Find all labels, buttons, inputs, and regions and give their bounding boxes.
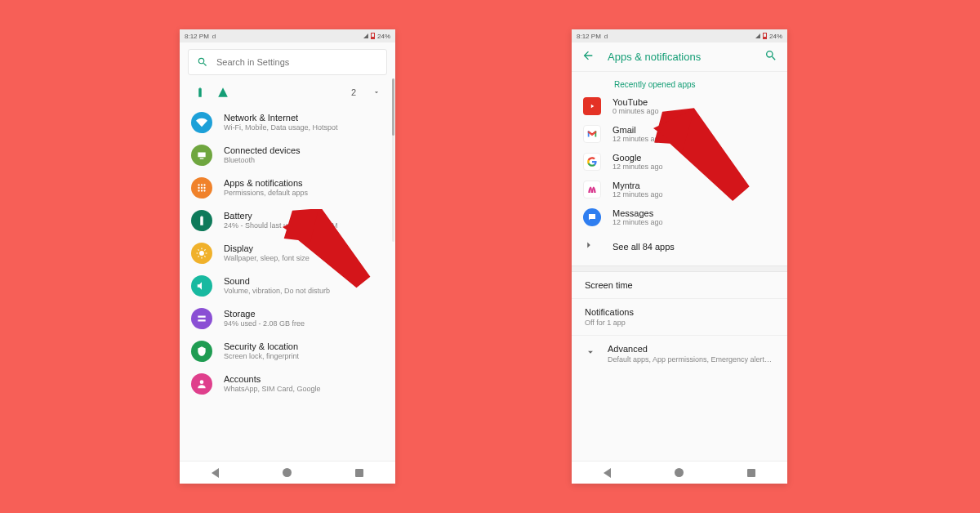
settings-screen: 8:12 PM d 24% Search in Settings 2 Netwo…	[180, 29, 395, 484]
status-time: 8:12 PM	[185, 33, 209, 40]
data-saver-icon	[217, 87, 229, 98]
settings-list: Network & InternetWi-Fi, Mobile, Data us…	[180, 106, 395, 400]
svg-point-7	[201, 190, 203, 191]
youtube-icon	[583, 97, 601, 115]
nav-bar	[572, 461, 787, 484]
chevron-right-icon	[583, 239, 595, 254]
quick-count: 2	[351, 87, 356, 97]
battery-pct: 24%	[769, 33, 782, 40]
battery-saver-icon	[194, 87, 206, 98]
storage-icon	[191, 308, 212, 329]
settings-item-apps[interactable]: Apps & notificationsPermissions, default…	[183, 172, 392, 204]
signal-icon	[755, 33, 760, 38]
myntra-icon	[583, 181, 601, 199]
settings-item-sound[interactable]: SoundVolume, vibration, Do not disturb	[183, 270, 392, 302]
recent-apps-list: YouTube0 minutes ago Gmail12 minutes ago…	[572, 92, 787, 265]
settings-item-network[interactable]: Network & InternetWi-Fi, Mobile, Data us…	[183, 106, 392, 139]
status-bar: 8:12 PM d 24%	[180, 29, 395, 42]
search-placeholder: Search in Settings	[216, 57, 289, 67]
messages-icon	[583, 208, 601, 226]
accounts-icon	[191, 373, 212, 395]
svg-point-8	[203, 190, 205, 191]
settings-item-display[interactable]: DisplayWallpaper, sleep, font size	[183, 237, 392, 270]
header-title: Apps & notifications	[608, 51, 751, 63]
wifi-icon	[191, 112, 212, 133]
settings-item-connected[interactable]: Connected devicesBluetooth	[183, 139, 392, 172]
security-icon	[191, 341, 212, 362]
apps-icon	[191, 177, 212, 199]
divider	[572, 265, 787, 272]
svg-point-2	[203, 184, 205, 185]
svg-point-0	[198, 184, 199, 185]
app-row-google[interactable]: Google12 minutes ago	[572, 148, 787, 176]
app-row-gmail[interactable]: Gmail12 minutes ago	[572, 120, 787, 148]
status-time: 8:12 PM	[577, 33, 601, 40]
battery-icon	[371, 33, 375, 39]
apps-notifications-screen: 8:12 PM d 24% Apps & notifications Recen…	[572, 29, 787, 484]
svg-point-9	[199, 251, 204, 256]
nav-home-button[interactable]	[675, 468, 684, 477]
svg-point-3	[198, 187, 199, 189]
chevron-down-icon	[372, 88, 381, 96]
battery-icon	[191, 210, 212, 231]
google-icon	[583, 153, 601, 171]
sound-icon	[191, 275, 212, 297]
back-button[interactable]	[581, 49, 595, 65]
nav-home-button[interactable]	[283, 468, 292, 477]
settings-item-accounts[interactable]: AccountsWhatsApp, SIM Card, Google	[183, 368, 392, 400]
settings-item-storage[interactable]: Storage94% used - 2.08 GB free	[183, 302, 392, 335]
see-all-apps[interactable]: See all 84 apps	[572, 231, 787, 265]
svg-point-10	[200, 380, 204, 384]
settings-search[interactable]: Search in Settings	[188, 49, 387, 75]
nav-recents-button[interactable]	[355, 469, 363, 477]
nav-back-button[interactable]	[212, 468, 219, 478]
signal-icon	[363, 33, 368, 38]
status-carrier: d	[212, 33, 216, 40]
settings-item-battery[interactable]: Battery24% - Should last until about …AM	[183, 204, 392, 237]
nav-bar	[180, 461, 395, 484]
status-carrier: d	[604, 33, 608, 40]
screen-time-row[interactable]: Screen time	[572, 272, 787, 299]
search-icon	[197, 56, 208, 68]
gmail-icon	[583, 125, 601, 143]
advanced-row[interactable]: Advanced Default apps, App permissions, …	[572, 336, 787, 372]
header-search-button[interactable]	[764, 49, 777, 65]
status-bar: 8:12 PM d 24%	[572, 29, 787, 42]
scrollbar-thumb[interactable]	[392, 78, 394, 136]
battery-icon	[763, 33, 767, 39]
app-row-messages[interactable]: Messages12 minutes ago	[572, 203, 787, 231]
screen-header: Apps & notifications	[572, 42, 787, 72]
svg-point-5	[203, 187, 205, 189]
app-row-youtube[interactable]: YouTube0 minutes ago	[572, 92, 787, 120]
svg-point-4	[201, 187, 203, 189]
chevron-down-icon	[585, 346, 596, 361]
app-row-myntra[interactable]: Myntra12 minutes ago	[572, 176, 787, 203]
settings-item-security[interactable]: Security & locationScreen lock, fingerpr…	[183, 335, 392, 368]
svg-point-6	[198, 190, 199, 191]
svg-point-1	[201, 184, 203, 185]
section-label: Recently opened apps	[572, 72, 787, 92]
notifications-row[interactable]: Notifications Off for 1 app	[572, 299, 787, 336]
battery-pct: 24%	[377, 33, 390, 40]
quick-row[interactable]: 2	[180, 82, 395, 106]
nav-back-button[interactable]	[604, 468, 611, 478]
nav-recents-button[interactable]	[747, 469, 755, 477]
display-icon	[191, 243, 212, 264]
devices-icon	[191, 145, 212, 166]
